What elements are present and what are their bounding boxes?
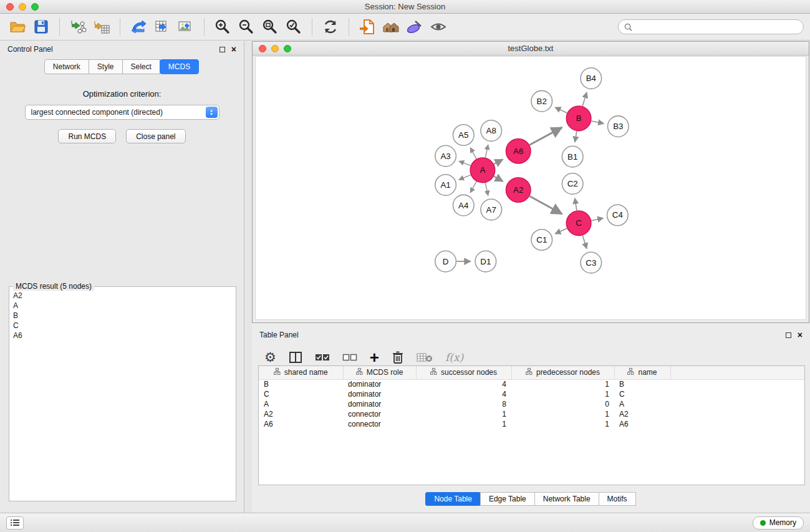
edge-B-B3[interactable]	[591, 121, 604, 123]
node-B[interactable]: B	[566, 106, 591, 131]
edge-C-C4[interactable]	[591, 218, 603, 221]
cell-name[interactable]: B	[614, 379, 670, 389]
cell-mcds-role[interactable]: dominator	[343, 379, 416, 389]
function-builder-button[interactable]: f(x)	[445, 349, 463, 366]
edge-C-C3[interactable]	[582, 236, 587, 249]
zoom-out-button[interactable]	[235, 16, 258, 38]
edge-A-A1[interactable]	[459, 175, 471, 180]
node-C2[interactable]: C2	[562, 173, 583, 195]
memory-button[interactable]: Memory	[753, 516, 804, 530]
table-tab-node-table[interactable]: Node Table	[425, 492, 481, 506]
task-history-button[interactable]	[6, 516, 24, 530]
cell-successor-nodes[interactable]: 4	[416, 389, 511, 399]
node-A4[interactable]: A4	[453, 195, 474, 216]
clear-table-button[interactable]	[417, 349, 433, 366]
node-A5[interactable]: A5	[453, 125, 474, 146]
edge-A2-C[interactable]	[529, 196, 562, 214]
node-A1[interactable]: A1	[435, 175, 456, 196]
select-all-button[interactable]	[315, 349, 330, 366]
column-header-predecessor-nodes[interactable]: predecessor nodes	[511, 366, 614, 379]
edge-B-B4[interactable]	[582, 92, 587, 106]
edge-A-A5[interactable]	[470, 148, 476, 159]
table-row[interactable]: Bdominator41B	[259, 379, 804, 389]
table-tab-motifs[interactable]: Motifs	[599, 492, 636, 506]
node-C[interactable]: C	[566, 211, 591, 236]
node-B4[interactable]: B4	[581, 68, 602, 89]
node-A7[interactable]: A7	[481, 199, 502, 220]
network-maximize-button[interactable]	[284, 45, 291, 52]
cell-name[interactable]: C	[614, 389, 670, 399]
search-input[interactable]	[636, 22, 798, 32]
cell-shared-name[interactable]: C	[259, 389, 343, 399]
node-C1[interactable]: C1	[531, 230, 552, 251]
node-B1[interactable]: B1	[562, 146, 583, 167]
network-from-table-button[interactable]	[151, 16, 173, 38]
cell-successor-nodes[interactable]: 8	[416, 399, 511, 409]
cell-shared-name[interactable]: A6	[259, 419, 343, 429]
open-session-button[interactable]	[6, 16, 29, 38]
control-tab-style[interactable]: Style	[89, 59, 123, 74]
edge-A6-B[interactable]	[530, 127, 562, 145]
mcds-result-item[interactable]: A2	[13, 291, 232, 301]
network-share-button[interactable]	[127, 16, 150, 38]
cell-mcds-role[interactable]: dominator	[343, 389, 416, 399]
node-D1[interactable]: D1	[475, 251, 496, 272]
delete-column-button[interactable]	[392, 349, 404, 366]
edge-B-B1[interactable]	[575, 131, 577, 142]
show-columns-button[interactable]	[289, 349, 302, 366]
table-row[interactable]: A6connector11A6	[259, 419, 804, 429]
cell-name[interactable]: A	[614, 399, 670, 409]
cell-successor-nodes[interactable]: 1	[416, 409, 511, 419]
cell-predecessor-nodes[interactable]: 1	[511, 419, 614, 429]
column-header-shared-name[interactable]: shared name	[259, 366, 343, 379]
network-minimize-button[interactable]	[271, 45, 279, 52]
edge-C-C2[interactable]	[575, 198, 577, 211]
cell-mcds-role[interactable]: connector	[343, 409, 416, 419]
control-tab-network[interactable]: Network	[44, 59, 89, 74]
zoom-fit-button[interactable]	[259, 16, 281, 38]
edge-A-A3[interactable]	[459, 161, 470, 165]
save-session-button[interactable]	[30, 16, 52, 38]
table-tab-network-table[interactable]: Network Table	[534, 492, 599, 506]
mcds-result-item[interactable]: A6	[13, 331, 232, 341]
node-A6[interactable]: A6	[506, 138, 531, 163]
cell-mcds-role[interactable]: connector	[343, 419, 416, 429]
control-tab-mcds[interactable]: MCDS	[160, 59, 199, 74]
table-settings-button[interactable]: ⚙	[264, 349, 276, 366]
cell-mcds-role[interactable]: dominator	[343, 399, 416, 409]
node-B3[interactable]: B3	[608, 116, 629, 137]
close-panel-button[interactable]: ×	[231, 46, 236, 52]
style-tool-button[interactable]	[403, 16, 426, 38]
edge-A-A6[interactable]	[494, 160, 503, 165]
control-tab-select[interactable]: Select	[122, 59, 160, 74]
close-window-button[interactable]	[6, 3, 14, 11]
cell-predecessor-nodes[interactable]: 1	[511, 379, 614, 389]
cell-predecessor-nodes[interactable]: 0	[511, 399, 614, 409]
cell-name[interactable]: A2	[614, 409, 670, 419]
close-table-panel-button[interactable]: ×	[798, 332, 803, 338]
close-panel-action-button[interactable]: Close panel	[126, 129, 185, 143]
node-C3[interactable]: C3	[581, 252, 602, 273]
mcds-result-item[interactable]: C	[13, 321, 232, 331]
table-row[interactable]: Adominator80A	[259, 399, 804, 409]
cell-predecessor-nodes[interactable]: 1	[511, 409, 614, 419]
network-canvas[interactable]: B4B2BB3B1A5A8A6A3AA1A2C2A4A7C4CC1C3DD1	[255, 56, 806, 320]
export-image-button[interactable]	[175, 16, 197, 38]
column-header-successor-nodes[interactable]: successor nodes	[416, 366, 511, 379]
node-A3[interactable]: A3	[435, 145, 456, 167]
node-C4[interactable]: C4	[607, 205, 629, 226]
edge-A-A4[interactable]	[470, 181, 476, 193]
node-A2[interactable]: A2	[506, 178, 531, 203]
refresh-view-button[interactable]	[319, 16, 342, 38]
table-tab-edge-table[interactable]: Edge Table	[480, 492, 535, 506]
add-column-button[interactable]: +	[370, 349, 379, 366]
zoom-in-button[interactable]	[211, 16, 234, 38]
import-table-button[interactable]	[90, 16, 113, 38]
mcds-result-item[interactable]: A	[13, 301, 232, 311]
cell-shared-name[interactable]: A	[259, 399, 343, 409]
float-table-panel-button[interactable]	[786, 332, 791, 338]
column-header-name[interactable]: name	[614, 366, 670, 379]
show-hide-button[interactable]	[427, 16, 450, 38]
deselect-all-button[interactable]	[342, 349, 357, 366]
cell-shared-name[interactable]: A2	[259, 409, 343, 419]
